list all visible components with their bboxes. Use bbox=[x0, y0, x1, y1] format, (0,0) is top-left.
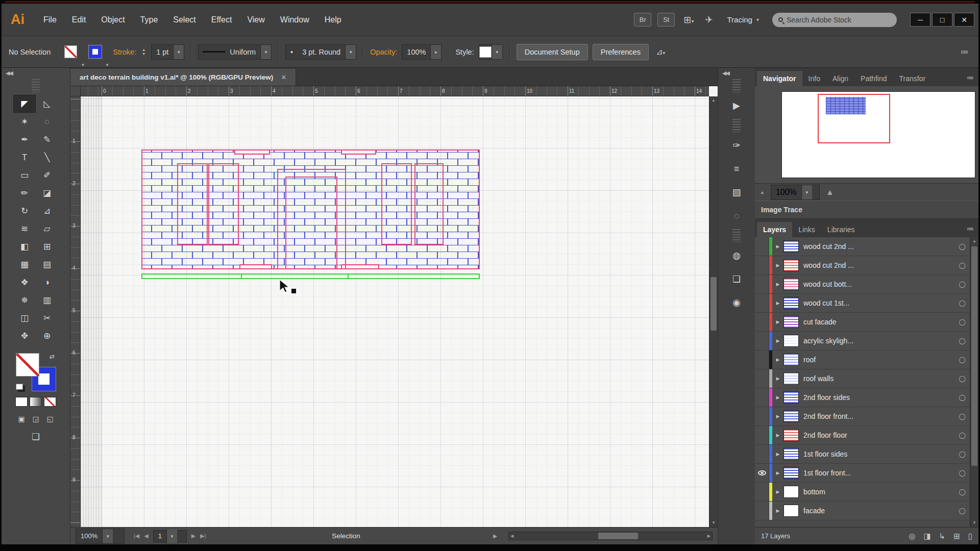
layer-name[interactable]: 1st floor sides bbox=[803, 450, 954, 458]
layer-thumbnail[interactable] bbox=[783, 316, 799, 328]
layer-name[interactable]: bottom bbox=[803, 488, 954, 496]
layer-thumbnail[interactable] bbox=[783, 278, 799, 290]
visibility-toggle[interactable] bbox=[755, 332, 769, 350]
stroke-panel-icon[interactable]: ≡ bbox=[725, 159, 748, 179]
expand-arrow-icon[interactable]: ▶ bbox=[772, 489, 783, 494]
previous-artboard-icon[interactable]: ◀ bbox=[144, 533, 148, 539]
building-outline[interactable] bbox=[142, 150, 479, 269]
layer-name[interactable]: roof bbox=[803, 356, 954, 364]
default-fill-stroke-icon[interactable] bbox=[16, 384, 23, 390]
ruler-origin[interactable] bbox=[70, 86, 81, 96]
chevron-down-icon[interactable]: ▾ bbox=[166, 529, 177, 543]
next-artboard-icon[interactable]: ▶ bbox=[191, 533, 195, 539]
new-layer-icon[interactable]: ⊞ bbox=[953, 532, 960, 541]
target-circle-icon[interactable]: ◯ bbox=[954, 375, 970, 382]
style-field[interactable]: ▾ bbox=[479, 44, 503, 60]
workspace-dropdown[interactable]: Tracing ▾ bbox=[720, 15, 767, 24]
collapse-toolbar-icon[interactable]: ◀◀ bbox=[2, 69, 16, 78]
menu-file[interactable]: File bbox=[36, 11, 64, 29]
change-screen-mode-icon[interactable]: ❏ bbox=[32, 431, 40, 442]
zoom-field[interactable]: 100% ▾ bbox=[76, 529, 125, 544]
layer-name[interactable]: 1st floor front... bbox=[803, 469, 954, 477]
scroll-down-icon[interactable]: ▼ bbox=[970, 519, 978, 527]
target-circle-icon[interactable]: ◯ bbox=[954, 488, 970, 495]
base-notch[interactable] bbox=[240, 265, 272, 269]
canvas[interactable]: 01234567891011121314 123456789 bbox=[70, 86, 718, 527]
tool-curvature[interactable]: ✎ bbox=[36, 131, 58, 148]
graphic-styles-icon[interactable]: ❏ bbox=[725, 269, 748, 289]
tool-hand[interactable]: ✥ bbox=[13, 327, 36, 345]
expand-arrow-icon[interactable]: ▶ bbox=[772, 470, 783, 475]
expand-arrow-icon[interactable]: ▶ bbox=[772, 376, 783, 381]
expand-arrow-icon[interactable]: ▶ bbox=[772, 508, 783, 513]
visibility-toggle[interactable] bbox=[755, 407, 769, 425]
symbols-icon[interactable]: ◉ bbox=[725, 293, 748, 312]
workspace-switcher-icon[interactable]: ⊞▾ bbox=[679, 14, 698, 26]
layer-row[interactable]: ▶wood cut 2nd ...◯ bbox=[755, 256, 970, 275]
menu-window[interactable]: Window bbox=[273, 11, 317, 29]
first-artboard-icon[interactable]: |◀ bbox=[134, 533, 139, 539]
target-circle-icon[interactable]: ◯ bbox=[954, 413, 970, 420]
layer-thumbnail[interactable] bbox=[783, 486, 799, 498]
tool-blend[interactable]: ◑ bbox=[36, 273, 58, 291]
tab-pathfind[interactable]: Pathfind bbox=[854, 71, 893, 86]
tool-magic-wand[interactable]: ✶ bbox=[13, 113, 36, 131]
layer-thumbnail[interactable] bbox=[783, 448, 799, 460]
none-button[interactable] bbox=[44, 397, 56, 407]
visibility-toggle[interactable] bbox=[755, 445, 769, 463]
tool-rotate[interactable]: ↻ bbox=[13, 202, 36, 220]
layer-row[interactable]: ▶2nd floor sides◯ bbox=[755, 388, 970, 407]
layer-name[interactable]: wood cut 2nd ... bbox=[803, 242, 954, 251]
visibility-toggle[interactable] bbox=[755, 237, 769, 256]
chevron-down-icon[interactable]: ▾ bbox=[260, 45, 271, 59]
visibility-toggle[interactable] bbox=[755, 275, 769, 293]
chevron-down-icon[interactable]: ▾ bbox=[173, 45, 184, 59]
stroke-link[interactable]: Stroke: bbox=[113, 48, 136, 56]
gradient-button[interactable] bbox=[30, 397, 42, 407]
opacity-field[interactable]: 100% ▸ bbox=[402, 44, 442, 60]
target-circle-icon[interactable]: ◯ bbox=[954, 356, 970, 363]
clipping-mask-icon[interactable]: ◨ bbox=[923, 532, 930, 541]
expand-arrow-icon[interactable]: ▶ bbox=[772, 300, 783, 306]
tool-eraser[interactable]: ◪ bbox=[36, 184, 58, 202]
layer-thumbnail[interactable] bbox=[783, 259, 799, 271]
navigator-zoom-field[interactable]: 100% ▾ bbox=[771, 185, 820, 200]
width-profile-field[interactable]: Uniform ▾ bbox=[198, 44, 272, 60]
tool-pen[interactable]: ✒ bbox=[13, 131, 36, 148]
tool-column-graph[interactable]: ▥ bbox=[36, 291, 58, 309]
layer-name[interactable]: wood cut 2nd ... bbox=[803, 261, 954, 269]
expand-arrow-icon[interactable]: ▶ bbox=[772, 282, 783, 287]
scroll-left-icon[interactable]: ◀ bbox=[510, 534, 513, 538]
expand-arrow-icon[interactable]: ▶ bbox=[772, 414, 783, 419]
layer-thumbnail[interactable] bbox=[783, 505, 799, 517]
expand-arrow-icon[interactable]: ▶ bbox=[772, 263, 783, 268]
tab-transfor[interactable]: Transfor bbox=[893, 71, 932, 86]
tool-mesh[interactable]: ▦ bbox=[13, 256, 36, 273]
ruler-left[interactable]: 123456789 bbox=[70, 96, 81, 527]
visibility-toggle[interactable] bbox=[755, 350, 769, 369]
tool-lasso[interactable]: ◌ bbox=[36, 113, 58, 131]
tool-direct-selection[interactable]: ◺ bbox=[36, 95, 58, 113]
target-circle-icon[interactable]: ◯ bbox=[954, 469, 970, 477]
zoom-in-icon[interactable]: ▲ bbox=[826, 188, 834, 197]
stroke-weight-field[interactable]: 1 pt ▾ bbox=[151, 44, 184, 60]
expand-arrow-icon[interactable]: ▶ bbox=[772, 319, 783, 324]
brushes-icon[interactable]: ✑ bbox=[725, 136, 748, 155]
actions-play-icon[interactable]: ▶ bbox=[725, 96, 748, 115]
appearance-icon[interactable]: ◍ bbox=[725, 246, 748, 265]
drawing-mode-3-icon[interactable]: ◱ bbox=[43, 413, 57, 425]
close-tab-icon[interactable]: × bbox=[281, 73, 286, 82]
parapet-notch[interactable] bbox=[235, 150, 270, 154]
tool-rectangle[interactable]: ▭ bbox=[13, 166, 36, 184]
visibility-toggle[interactable] bbox=[755, 483, 769, 501]
tool-paintbrush[interactable]: ✐ bbox=[36, 166, 58, 184]
expand-arrow-icon[interactable]: ▶ bbox=[772, 338, 783, 343]
layer-name[interactable]: wood cut bott... bbox=[803, 280, 954, 288]
target-circle-icon[interactable]: ◯ bbox=[954, 394, 970, 401]
layer-row[interactable]: ▶roof walls◯ bbox=[755, 369, 970, 388]
target-circle-icon[interactable]: ◯ bbox=[954, 243, 970, 250]
menu-help[interactable]: Help bbox=[317, 11, 349, 29]
tab-libraries[interactable]: Libraries bbox=[821, 222, 861, 237]
panel-grip[interactable] bbox=[732, 79, 741, 92]
target-circle-icon[interactable]: ◯ bbox=[954, 281, 970, 288]
